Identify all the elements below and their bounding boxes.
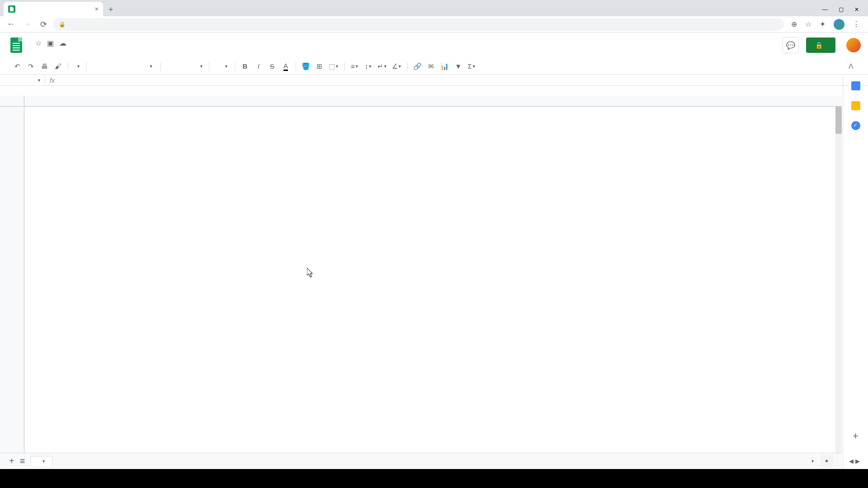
halign-button[interactable]: ≡▼ — [349, 60, 361, 73]
sheets-logo[interactable] — [7, 36, 25, 54]
explore-button[interactable]: ✦ — [820, 455, 833, 468]
last-edit[interactable] — [108, 48, 115, 52]
close-tab-icon[interactable]: × — [95, 5, 99, 13]
fill-color-button[interactable]: 🪣 — [300, 60, 312, 73]
close-window-icon[interactable]: ✕ — [854, 6, 859, 13]
menu-hilfe[interactable] — [95, 48, 101, 52]
text-color-button[interactable]: A — [279, 60, 292, 73]
extensions-icon[interactable]: ✦ — [820, 20, 826, 28]
spreadsheet-grid[interactable] — [0, 96, 842, 469]
menu-tools[interactable] — [79, 48, 85, 52]
percent-button[interactable] — [104, 60, 116, 73]
account-avatar[interactable] — [846, 38, 861, 52]
url-field[interactable]: 🔒 — [53, 18, 784, 31]
comments-button[interactable]: 💬 — [783, 37, 799, 53]
sheet-tab[interactable]: ▼ — [30, 456, 52, 466]
lock-share-icon: 🔒 — [815, 42, 823, 49]
lock-icon: 🔒 — [59, 21, 66, 28]
menu-daten[interactable] — [71, 48, 77, 52]
calendar-icon[interactable] — [851, 81, 860, 90]
star-icon[interactable]: ☆ — [805, 20, 811, 28]
formula-bar: ▼ fx — [0, 75, 868, 86]
all-sheets-button[interactable]: ≡ — [20, 456, 25, 466]
browser-tabstrip: × + — ▢ ✕ — [0, 0, 868, 16]
chart-button[interactable]: 📊 — [439, 60, 451, 73]
minimize-icon[interactable]: — — [822, 6, 828, 13]
redo-button[interactable]: ↷ — [24, 60, 37, 73]
taskbar — [0, 469, 868, 488]
borders-button[interactable]: ⊞ — [313, 60, 326, 73]
increase-decimal-button[interactable] — [131, 60, 143, 73]
browser-tab[interactable]: × — [4, 2, 103, 16]
menu-bearbeiten[interactable] — [38, 48, 44, 52]
menu-addons[interactable] — [87, 48, 93, 52]
rotate-button[interactable]: ∠▼ — [390, 60, 404, 73]
get-addons-icon[interactable]: + — [853, 430, 859, 442]
menu-datei[interactable] — [30, 48, 36, 52]
reload-button[interactable]: ⟳ — [37, 18, 50, 31]
sheet-nav[interactable]: ◀ ▶ — [843, 453, 866, 469]
comment-button[interactable]: ✉ — [425, 60, 438, 73]
menubar — [30, 48, 115, 52]
zoom-icon[interactable]: ⊕ — [791, 20, 797, 28]
back-button[interactable]: ← — [5, 18, 17, 31]
paint-format-button[interactable]: 🖌 — [52, 60, 64, 73]
bold-button[interactable]: B — [239, 60, 251, 73]
italic-button[interactable]: I — [252, 60, 265, 73]
fx-icon: fx — [45, 77, 59, 84]
menu-format[interactable] — [62, 48, 69, 52]
functions-button[interactable]: Σ▼ — [466, 60, 478, 73]
profile-avatar[interactable] — [834, 19, 844, 30]
move-doc-icon[interactable]: ▣ — [47, 39, 54, 47]
keep-icon[interactable] — [851, 101, 860, 110]
name-box[interactable]: ▼ — [0, 75, 45, 85]
valign-button[interactable]: ↕▼ — [362, 60, 375, 73]
new-tab-button[interactable]: + — [103, 5, 119, 16]
window-controls: — ▢ ✕ — [813, 6, 868, 16]
font-size-select[interactable]: ▼ — [213, 64, 231, 69]
maximize-icon[interactable]: ▢ — [839, 6, 844, 13]
address-bar: ← → ⟳ 🔒 ⊕ ☆ ✦ ⋮ — [0, 16, 868, 33]
menu-ansicht[interactable] — [46, 48, 52, 52]
star-doc-icon[interactable]: ☆ — [35, 39, 42, 47]
zoom-select[interactable]: ▼ — [72, 64, 82, 69]
undo-button[interactable]: ↶ — [11, 60, 24, 73]
cloud-status-icon[interactable]: ☁ — [59, 39, 66, 47]
share-button[interactable]: 🔒 — [806, 38, 835, 53]
decrease-decimal-button[interactable] — [117, 60, 130, 73]
side-panel: + — [843, 76, 868, 469]
number-format-select[interactable]: ▼ — [144, 60, 157, 73]
sheet-bar: + ≡ ▼ ▼ ✦ — [0, 453, 842, 469]
sheets-favicon — [8, 5, 15, 13]
link-button[interactable]: 🔗 — [411, 60, 424, 73]
wrap-button[interactable]: ↵▼ — [376, 60, 389, 73]
collapse-toolbar-button[interactable]: ᐱ — [844, 60, 857, 73]
tasks-icon[interactable] — [851, 121, 860, 130]
add-sheet-button[interactable]: + — [9, 456, 14, 466]
select-all-corner[interactable] — [0, 96, 24, 106]
font-select[interactable]: ▼ — [165, 64, 205, 69]
toolbar: ↶ ↷ 🖶 🖌 ▼ ▼ ▼ ▼ B I S A 🪣 ⊞ ⬚▼ ≡▼ ↕▼ ↵▼ … — [0, 58, 868, 75]
strike-button[interactable]: S — [266, 60, 278, 73]
vertical-scrollbar[interactable] — [835, 107, 842, 453]
merge-button[interactable]: ⬚▼ — [327, 60, 341, 73]
chrome-menu-icon[interactable]: ⋮ — [853, 20, 860, 28]
currency-button[interactable] — [90, 60, 103, 73]
menu-einfuegen[interactable] — [54, 48, 61, 52]
print-button[interactable]: 🖶 — [38, 60, 51, 73]
sheets-header: ☆ ▣ ☁ 💬 🔒 — [0, 33, 868, 54]
forward-button[interactable]: → — [21, 18, 33, 31]
filter-button[interactable]: ▼ — [452, 60, 465, 73]
